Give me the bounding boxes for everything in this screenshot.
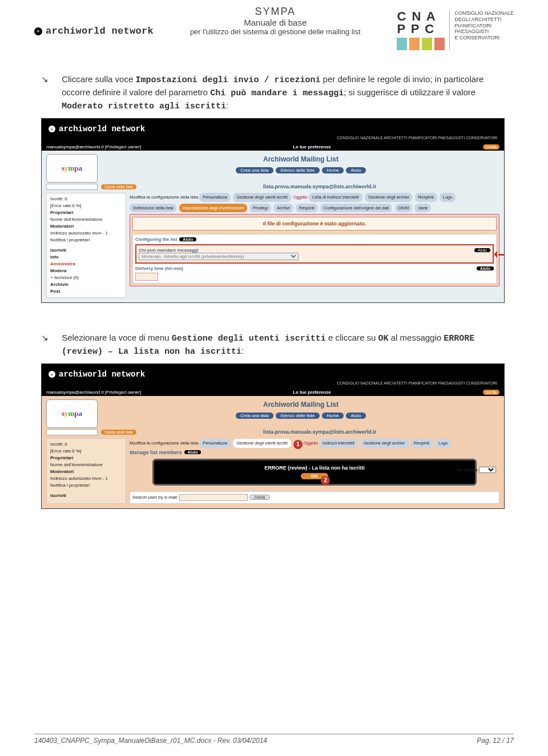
nav-link-preferences[interactable]: Le tue preferenze: [293, 390, 331, 395]
sidebar-archive[interactable]: Archivio: [50, 282, 68, 287]
help-button[interactable]: Aiuto: [477, 266, 494, 270]
tab-send-receive[interactable]: Impostazione degli invii/ricezioni: [179, 204, 247, 213]
search-input[interactable]: [46, 184, 98, 190]
tab-logs[interactable]: Logs: [440, 193, 456, 202]
help-button[interactable]: Aiuto: [179, 237, 196, 241]
sidebar-owner-name: Nome dell'Amministratore: [50, 216, 122, 223]
sympa-logo-icon: sympa: [46, 399, 98, 428]
footer-filename: 140403_CNAPPC_Sympa_ManualeDiBase_r01_MC…: [34, 737, 267, 745]
cnappc-line: PIANIFICATORI: [454, 23, 514, 29]
tab-manage-users-active[interactable]: Gestione degli utenti iscritti: [233, 439, 291, 448]
cnappc-letters-bot: P P C: [397, 23, 445, 35]
per-page-label: Per pagina: [456, 467, 478, 472]
tab-list-of-lists[interactable]: Elenco delle liste: [276, 167, 319, 173]
config-intro-label: Modifica la configurazione della lista: [130, 440, 198, 446]
sidebar-notify: Notifica i proprietari: [50, 237, 122, 244]
sidebar-subscribe[interactable]: Iscriviti: [50, 493, 66, 498]
tab-bounces[interactable]: Respinti: [410, 439, 433, 448]
search-button[interactable]: Cerca nelle liste: [101, 430, 136, 435]
tab-list-def[interactable]: Definizione della lista: [130, 204, 176, 213]
tab-help[interactable]: Aiuto: [346, 167, 365, 173]
arrow-bullet-icon: ↘: [51, 331, 59, 343]
list-address: lista.prova.manuale.sympa@lists.archiwor…: [140, 428, 499, 436]
search-user-label: Search user by e-mail:: [132, 495, 178, 500]
sidebar-info[interactable]: Info: [50, 254, 59, 260]
screenshot-2: ✳ archiworld network CONSIGLIO NAZIONALE…: [41, 363, 505, 509]
tab-archives[interactable]: Gestione degli archivi: [365, 193, 413, 202]
tab-manage-users[interactable]: Gestione degli utenti iscritti: [233, 193, 291, 202]
sidebar-admin[interactable]: Amministra: [50, 261, 75, 266]
sidebar-owners-label: Proprietari: [50, 455, 73, 460]
sidebar-moderators-label: Moderatori: [50, 224, 74, 229]
delivery-time-row: Delivery time (hh:mm) Aiuto: [135, 266, 494, 271]
tab-privileges[interactable]: Privilegi: [249, 204, 271, 213]
tab-personalize[interactable]: Personalizza: [199, 439, 231, 448]
brand-text: archiworld network: [59, 124, 145, 134]
tab-home[interactable]: Home: [322, 167, 343, 173]
user-label: manualsympa@archiworld.it [Privileged ow…: [46, 390, 141, 395]
tab-dkim[interactable]: DKIM: [395, 204, 413, 213]
tab-archives[interactable]: Gestione degli archivi: [360, 439, 408, 448]
sidebar-moderate-sub[interactable]: + Iscrizioni (0): [50, 274, 122, 281]
nav-link-preferences[interactable]: Le tue preferenze: [293, 144, 331, 149]
header-subtitle: Manuale di base: [190, 18, 361, 27]
tab-create-list[interactable]: Crea una lista: [236, 167, 273, 173]
tab-bounces[interactable]: Respinti: [415, 193, 437, 202]
logout-button[interactable]: Uscita: [483, 390, 499, 395]
header-title: SYMPA: [190, 6, 361, 18]
sidebar-subscribe[interactable]: Iscriviti: [50, 248, 66, 253]
tab-personalize[interactable]: Personalizza: [199, 193, 231, 202]
main-tabs: Crea una lista Elenco delle liste Home A…: [46, 167, 499, 173]
help-button[interactable]: Aiuto: [184, 450, 202, 454]
manage-members-title-row: Manage list members Aiuto: [130, 450, 499, 455]
document-footer: 140403_CNAPPC_Sympa_ManualeDiBase_r01_MC…: [34, 734, 514, 745]
sidebar-owner-name: Nome dell'Amministratore: [50, 462, 122, 468]
sidebar-notify: Notifica i proprietari: [50, 482, 122, 489]
header-subtitle2: per l'utilizzo del sistema di gestione d…: [190, 27, 361, 36]
sidebar-error-rate: [Error rate:0 %]: [50, 203, 122, 209]
tab-create-list[interactable]: Crea una lista: [236, 413, 273, 419]
sidebar-owners-label: Proprietari: [50, 210, 73, 215]
oggetto-label: Oggetto: [293, 195, 308, 199]
tab-blacklist[interactable]: Lista di indirizzi interdetti: [309, 193, 362, 202]
main-panel: Modifica la configurazione della lista P…: [130, 438, 499, 504]
screenshot-1: ✳ archiworld network CONSIGLIO NAZIONALE…: [41, 118, 505, 303]
tab-archives2[interactable]: Archivi: [273, 204, 293, 213]
config-title: Configuring the list: [135, 237, 177, 242]
shot1-navbar: manualsympa@archiworld.it [Privileged ow…: [42, 143, 504, 151]
sidebar: Iscritti: 0 [Error rate:0 %] Proprietari…: [46, 193, 126, 298]
callout-2-icon: 2: [321, 476, 330, 485]
logout-button[interactable]: Uscita: [483, 144, 499, 149]
config-title-row: Configuring the list Aiuto: [135, 237, 494, 242]
arrow-bullet-icon: ↘: [51, 73, 59, 85]
sidebar-moderators-label: Moderatori: [50, 469, 74, 474]
search-input[interactable]: [46, 429, 98, 435]
tab-bounces2[interactable]: Respinti: [296, 204, 318, 213]
sidebar-subscribers: Iscritti: 0: [50, 196, 122, 203]
sidebar: Iscritti: 0 [Error rate:0 %] Proprietari…: [46, 438, 126, 504]
sympa-logo-icon: sympa: [46, 154, 98, 183]
cnappc-line: CONSIGLIO NAZIONALE: [454, 10, 514, 17]
search-button[interactable]: Cerca nelle liste: [101, 184, 136, 189]
tab-datasource[interactable]: Configurazione dell'origine dei dati: [320, 204, 392, 213]
who-can-send-select[interactable]: Moderato, ristretto agli iscritti (priva…: [139, 253, 299, 260]
instruction-paragraph-1: ↘ Cliccare sulla voce Impostazioni degli…: [51, 73, 514, 112]
tab-logs[interactable]: Logs: [435, 439, 451, 448]
search-user-row: Search user by e-mail: Cerca: [130, 491, 499, 504]
document-header: ✳ archiworld network SYMPA Manuale di ba…: [34, 6, 514, 50]
sidebar-moderate[interactable]: Modera: [50, 268, 66, 273]
tab-list-of-lists[interactable]: Elenco delle liste: [276, 413, 319, 419]
cnappc-line: PAESAGGISTI: [454, 29, 514, 35]
tab-help[interactable]: Aiuto: [346, 413, 365, 419]
tab-blacklist[interactable]: indirizzi interdetti: [319, 439, 358, 448]
brand-text: archiworld network: [59, 370, 145, 379]
help-button[interactable]: Aiuto: [474, 248, 490, 252]
tab-misc[interactable]: Varie: [414, 204, 431, 213]
sidebar-post[interactable]: Post: [50, 289, 60, 294]
tab-home[interactable]: Home: [322, 413, 343, 419]
search-user-button[interactable]: Cerca: [249, 495, 271, 500]
per-page-select[interactable]: [479, 467, 496, 473]
code-text: OK: [378, 334, 389, 343]
search-user-input[interactable]: [179, 494, 248, 501]
delivery-time-input[interactable]: [135, 273, 158, 281]
